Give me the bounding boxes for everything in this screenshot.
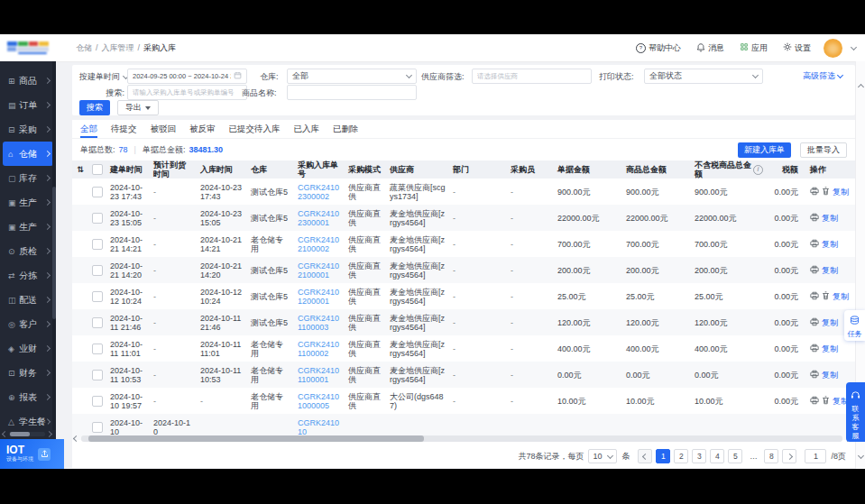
sidebar-item-customer[interactable]: ◎客户 xyxy=(3,312,53,336)
tab-all[interactable]: 全部 xyxy=(80,120,97,138)
sidebar-item-goods[interactable]: ⊞商品 xyxy=(3,69,53,93)
order-number-link[interactable]: CGRK24101000005 xyxy=(294,388,345,414)
copy-link[interactable]: 复制 xyxy=(833,292,849,301)
row-checkbox[interactable] xyxy=(88,362,106,388)
batch-import-button[interactable]: 批量导入 xyxy=(800,142,847,158)
print-icon[interactable] xyxy=(810,291,819,302)
copy-link[interactable]: 复制 xyxy=(822,318,838,327)
order-number-link[interactable]: CGRK24101100002 xyxy=(294,335,345,362)
row-checkbox[interactable] xyxy=(88,231,106,257)
search-button[interactable]: 搜索 xyxy=(79,100,110,115)
copy-link[interactable]: 复制 xyxy=(833,188,849,197)
row-checkbox[interactable] xyxy=(88,257,106,283)
sidebar-item-report[interactable]: ⊕报表 xyxy=(3,385,53,409)
sidebar-item-inventory[interactable]: ▢库存 xyxy=(3,166,53,190)
sidebar-item-orders[interactable]: ▤订单 xyxy=(3,93,53,117)
settings-button[interactable]: 设置 xyxy=(783,42,811,54)
date-range-input[interactable]: 2024-09-25 00:00 ~ 2024-10-24 24:00 xyxy=(127,69,247,84)
sidebar-item-delivery[interactable]: ◫配送 xyxy=(3,288,53,312)
apps-button[interactable]: 应用 xyxy=(740,42,768,54)
sidebar-item-sorting[interactable]: ⇄分拣 xyxy=(3,263,53,288)
help-center-button[interactable]: ? 帮助中心 xyxy=(636,42,681,54)
cell-department: - xyxy=(449,231,507,257)
page-button-5[interactable]: 5 xyxy=(728,449,742,463)
sort-icon[interactable]: ⇅ xyxy=(72,160,88,179)
tab-to-submit[interactable]: 待提交 xyxy=(111,120,137,138)
horizontal-scrollbar[interactable] xyxy=(74,435,850,442)
print-icon[interactable] xyxy=(810,370,819,380)
select-all-checkbox[interactable] xyxy=(88,160,106,179)
print-icon[interactable] xyxy=(810,213,819,224)
tab-rejected[interactable]: 被驳回 xyxy=(151,120,177,138)
order-number-link[interactable]: CGRK24102100001 xyxy=(294,257,345,283)
service-float-button[interactable]: 联系客服 xyxy=(846,382,865,442)
copy-link[interactable]: 复制 xyxy=(822,344,838,353)
row-checkbox[interactable] xyxy=(88,388,106,414)
per-page-select[interactable]: 10 xyxy=(588,449,617,463)
print-status-select[interactable]: 全部状态 xyxy=(644,69,763,84)
advanced-filter-link[interactable]: 高级筛选 xyxy=(803,70,842,82)
sidebar-item-purchase[interactable]: ⊟采购 xyxy=(3,117,53,142)
sidebar-item-studentmeal[interactable]: △学生餐 xyxy=(3,409,53,434)
copy-link[interactable]: 复制 xyxy=(822,240,838,249)
print-icon[interactable] xyxy=(810,344,819,354)
tab-inbound-done[interactable]: 已入库 xyxy=(294,120,320,138)
print-icon[interactable] xyxy=(810,239,819,250)
sidebar-horizontal-scrollbar[interactable] xyxy=(3,431,51,437)
sidebar-item-bizfinance[interactable]: ◈业财 xyxy=(3,336,53,361)
print-icon[interactable] xyxy=(810,317,819,328)
page-button-8[interactable]: 8 xyxy=(764,449,778,463)
order-number-link[interactable]: CGRK24102300002 xyxy=(294,179,345,205)
tab-submitted-pending[interactable]: 已提交待入库 xyxy=(229,120,281,138)
row-checkbox[interactable] xyxy=(88,283,106,309)
warehouse-select[interactable]: 全部 xyxy=(287,69,417,84)
iot-badge[interactable]: IOT 设备与环境 xyxy=(0,439,64,469)
delete-icon[interactable] xyxy=(822,187,830,197)
order-number-link[interactable]: CGRK24102100002 xyxy=(294,231,345,257)
row-handle xyxy=(72,205,88,231)
order-number-link[interactable]: CGRK24102300001 xyxy=(294,205,345,231)
page-button-2[interactable]: 2 xyxy=(674,449,688,463)
next-page-button[interactable] xyxy=(782,449,796,463)
copy-link[interactable]: 复制 xyxy=(822,214,838,223)
sidebar-item-warehouse[interactable]: ⌂仓储 xyxy=(3,142,53,166)
page-jump-input[interactable]: 1 xyxy=(805,449,826,463)
sidebar-item-quality[interactable]: ⊙质检 xyxy=(3,239,53,263)
copy-link[interactable]: 复制 xyxy=(822,371,838,380)
breadcrumb-item[interactable]: 仓储 xyxy=(76,42,92,54)
export-button[interactable]: 导出 xyxy=(117,100,159,115)
page-button-1[interactable]: 1 xyxy=(656,449,670,463)
sidebar-item-finance[interactable]: ⊡财务 xyxy=(3,361,53,385)
product-name-input[interactable] xyxy=(287,85,417,100)
delete-icon[interactable] xyxy=(822,291,830,302)
task-float-button[interactable]: 任务 xyxy=(844,310,865,341)
tab-deleted[interactable]: 已删除 xyxy=(333,120,359,138)
breadcrumb-item[interactable]: 入库管理 xyxy=(102,42,134,54)
print-icon[interactable] xyxy=(810,265,819,276)
row-checkbox[interactable] xyxy=(88,309,106,335)
delete-icon[interactable] xyxy=(822,396,830,407)
scrollbar-thumb[interactable] xyxy=(88,435,423,442)
time-type-select[interactable]: 按建单时间 xyxy=(79,71,128,83)
search-input[interactable]: 请输入采购入库单号或采购单编号 xyxy=(127,85,247,100)
page-button-3[interactable]: 3 xyxy=(692,449,706,463)
row-checkbox[interactable] xyxy=(88,179,106,205)
copy-link[interactable]: 复制 xyxy=(822,266,838,275)
tab-re-audit[interactable]: 被反审 xyxy=(189,120,216,138)
print-icon[interactable] xyxy=(810,396,819,407)
app-logo[interactable] xyxy=(0,41,56,54)
user-menu[interactable] xyxy=(824,39,856,58)
supplier-input[interactable]: 请选择供应商 xyxy=(472,69,592,84)
order-number-link[interactable]: CGRK24101100003 xyxy=(294,309,345,335)
row-checkbox[interactable] xyxy=(88,205,106,231)
row-checkbox[interactable] xyxy=(88,335,106,362)
messages-button[interactable]: 消息 xyxy=(696,42,724,54)
create-inbound-button[interactable]: 新建入库单 xyxy=(738,142,791,158)
order-number-link[interactable]: CGRK24101100001 xyxy=(294,362,345,388)
page-button-4[interactable]: 4 xyxy=(710,449,724,463)
prev-page-button[interactable] xyxy=(638,449,652,463)
print-icon[interactable] xyxy=(810,187,819,197)
sidebar-item-production-1[interactable]: ▣生产 xyxy=(3,190,53,215)
sidebar-item-production-2[interactable]: ▣生产 xyxy=(3,215,53,239)
order-number-link[interactable]: CGRK24101200001 xyxy=(294,283,345,309)
